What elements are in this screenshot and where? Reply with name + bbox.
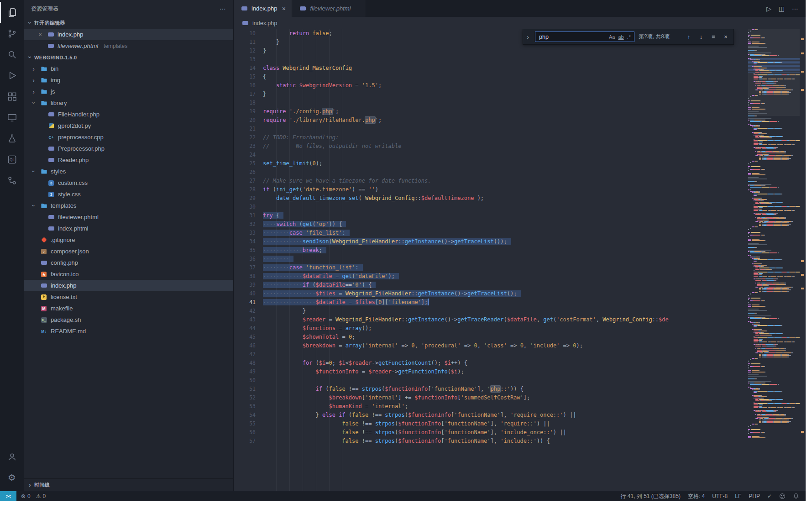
code-line-48[interactable]: 48 for ($i=0; $i<$reader->getFunctionCou… [234,359,806,367]
remote-explorer-icon[interactable] [0,107,24,128]
check-icon[interactable]: ✓ [767,493,772,499]
tree-folder-styles[interactable]: ›styles [24,166,233,177]
tree-file-config.php[interactable]: config.php [24,257,233,268]
tree-folder-library[interactable]: ›library [24,97,233,109]
source-control-icon[interactable] [0,23,24,44]
code-line-45[interactable]: 45 $shownTotal = 0; [234,333,806,341]
tree-folder-img[interactable]: ›img [24,74,233,86]
code-line-35[interactable]: 35············break; [234,246,806,255]
run-icon[interactable]: ▷ [766,5,771,12]
code-line-49[interactable]: 49 $functionInfo = $reader->getFunctionI… [234,367,806,376]
code-line-20[interactable]: 20require './library/FileHandler.php'; [234,116,806,125]
code-line-51[interactable]: 51 if (false !== strpos($functionInfo['f… [234,385,806,394]
whole-word-toggle[interactable]: ab [618,34,623,40]
tree-file-makefile[interactable]: Mmakefile [24,303,233,314]
tree-folder-js[interactable]: ›js [24,86,233,97]
tree-file-composer.json[interactable]: ♪composer.json [24,246,233,257]
code-line-31[interactable]: 31try { [234,211,806,220]
code-line-28[interactable]: 28if (ini_get('date.timezone') == '') [234,185,806,194]
tree-file-package.sh[interactable]: >_package.sh [24,314,233,325]
code-line-15[interactable]: 15{ [234,73,806,81]
bell-icon[interactable] [793,493,799,499]
code-line-43[interactable]: 43 $reader = Webgrind_FileHandler::getIn… [234,315,806,324]
tree-folder-bin[interactable]: ›bin [24,63,233,74]
close-icon[interactable]: × [37,31,44,38]
code-line-33[interactable]: 33········case 'file_list': [234,229,806,237]
code-line-38[interactable]: 38············$dataFile = get('dataFile'… [234,272,806,281]
open-editors-header[interactable]: › 打开的编辑器 [24,17,233,29]
code-line-37[interactable]: 37········case 'function_list': [234,263,806,272]
find-previous-button[interactable]: ↑ [685,33,693,40]
testing-icon[interactable] [0,128,24,149]
code-line-46[interactable]: 46 $breakdown = array('internal' => 0, '… [234,341,806,350]
tree-file-fileviewer.phtml[interactable]: fileviewer.phtml [24,211,233,223]
more-actions-icon[interactable]: ⋯ [220,5,226,12]
explorer-icon[interactable] [0,2,24,23]
code-line-23[interactable]: 23// No files, outputdir not writable [234,142,806,151]
extensions-icon[interactable] [0,86,24,107]
code-line-39[interactable]: 39············if ($dataFile=='0') { [234,281,806,289]
code-line-14[interactable]: 14class Webgrind_MasterConfig [234,64,806,73]
more-actions-icon[interactable]: ⋯ [792,5,798,12]
find-close-button[interactable]: × [722,33,730,40]
code-line-24[interactable]: 24 [234,151,806,159]
code-line-41[interactable]: 41················$dataFile = $files[0][… [234,298,806,307]
code-line-19[interactable]: 19require './config.php'; [234,107,806,116]
open-editor-index.php[interactable]: ×index.php [24,29,233,40]
tree-file-preprocessor.cpp[interactable]: C+preprocessor.cpp [24,131,233,143]
tree-file-Reader.php[interactable]: Reader.php [24,154,233,166]
code-line-22[interactable]: 22// TODO: Errorhandling: [234,133,806,142]
code-line-54[interactable]: 54 } else if (false !== strpos($function… [234,411,806,420]
code-line-53[interactable]: 53 $humanKind = 'internal'; [234,402,806,411]
code-line-21[interactable]: 21 [234,125,806,133]
run-debug-icon[interactable] [0,65,24,86]
code-line-57[interactable]: 57 false !== strpos($functionInfo['funct… [234,437,806,446]
feedback-smiley-icon[interactable] [779,493,786,499]
split-editor-icon[interactable]: ◫ [779,5,785,12]
status-eol[interactable]: LF [735,493,741,500]
code-line-18[interactable]: 18 [234,99,806,107]
tree-file-gprof2dot.py[interactable]: gprof2dot.py [24,120,233,131]
account-icon[interactable] [0,446,24,467]
code-line-12[interactable]: 12} [234,47,806,55]
code-line-55[interactable]: 55 false !== strpos($functionInfo['funct… [234,420,806,428]
remote-indicator[interactable]: >< [0,491,16,501]
tab-fileviewer.phtml[interactable]: fileviewer.phtml [292,0,366,17]
code-line-13[interactable]: 13 [234,55,806,64]
status-indentation[interactable]: 空格: 4 [688,493,705,500]
breadcrumb[interactable]: index.php [234,17,806,29]
open-editor-fileviewer.phtml[interactable]: fileviewer.phtmltemplates [24,40,233,52]
regex-toggle[interactable]: .* [627,34,631,40]
minimap-slider[interactable] [748,29,800,116]
tree-file-FileHandler.php[interactable]: FileHandler.php [24,109,233,120]
status-encoding[interactable]: UTF-8 [712,493,728,500]
problems-errors[interactable]: ⊗ 0 [21,493,31,499]
tree-file-index.php[interactable]: index.php [24,280,233,291]
code-line-17[interactable]: 17} [234,90,806,99]
find-in-selection-button[interactable]: ≡ [709,33,718,40]
tree-file-.gitignore[interactable]: .gitignore [24,234,233,246]
code-line-32[interactable]: 32····switch (get('op')) { [234,220,806,229]
code-line-34[interactable]: 34············sendJson(Webgrind_FileHand… [234,237,806,246]
code-line-44[interactable]: 44 $functions = array(); [234,324,806,333]
code-line-42[interactable]: 42 } [234,307,806,315]
code-line-56[interactable]: 56 false !== strpos($functionInfo['funct… [234,428,806,437]
tree-file-license.txt[interactable]: license.txt [24,291,233,303]
status-cursor-position[interactable]: 行 41, 列 51 (已选择385) [621,493,681,500]
code-line-16[interactable]: 16 static $webgrindVersion = '1.5'; [234,81,806,90]
code-line-50[interactable]: 50 [234,376,806,385]
tab-index.php[interactable]: index.php× [234,0,292,17]
code-line-27[interactable]: 27// Make sure we have a timezone for da… [234,177,806,185]
close-icon[interactable]: × [280,5,287,12]
tree-file-favicon.ico[interactable]: ★favicon.ico [24,268,233,280]
code-line-25[interactable]: 25set_time_limit(0); [234,159,806,168]
tree-file-custom.css[interactable]: 3custom.css [24,177,233,189]
status-language-mode[interactable]: PHP [749,493,760,500]
code-line-29[interactable]: 29 date_default_timezone_set( Webgrind_C… [234,194,806,203]
tree-file-README.md[interactable]: M↓README.md [24,325,233,337]
tree-file-style.css[interactable]: 3style.css [24,189,233,200]
code-line-40[interactable]: 40················$files = Webgrind_File… [234,289,806,298]
search-icon[interactable] [0,44,24,65]
tree-folder-templates[interactable]: ›templates [24,200,233,211]
match-case-toggle[interactable]: Aa [609,34,615,40]
